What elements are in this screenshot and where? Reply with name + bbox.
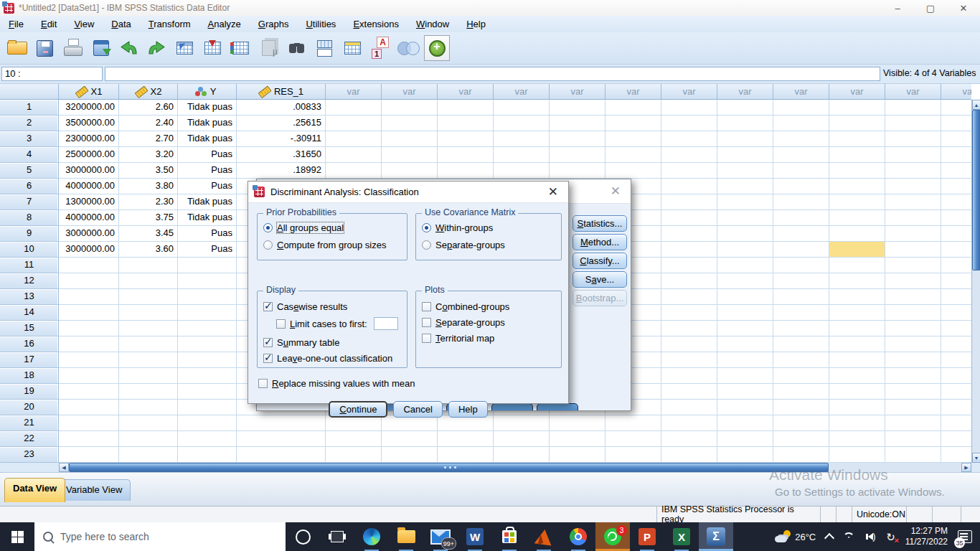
- volume-button[interactable]: [859, 522, 881, 551]
- data-cell[interactable]: [119, 400, 178, 415]
- radio-within-groups[interactable]: Within-groups: [422, 221, 493, 234]
- data-cell[interactable]: [59, 368, 119, 384]
- scroll-up-arrow[interactable]: ▲: [972, 100, 980, 110]
- data-cell[interactable]: [178, 352, 237, 368]
- data-cell[interactable]: [773, 415, 829, 431]
- data-cell[interactable]: [885, 131, 941, 147]
- close-button[interactable]: ✕: [947, 0, 980, 16]
- radio-all-groups-equal[interactable]: All groups equal: [263, 221, 344, 234]
- data-cell[interactable]: [717, 163, 773, 179]
- taskbar-excel[interactable]: X: [664, 522, 699, 551]
- statistics-button[interactable]: Statistics...: [573, 215, 627, 232]
- data-cell[interactable]: 3200000.00: [59, 100, 119, 116]
- data-cell[interactable]: [661, 163, 717, 179]
- data-cell[interactable]: [773, 163, 829, 179]
- data-cell[interactable]: [717, 447, 773, 463]
- data-cell[interactable]: [494, 163, 550, 179]
- data-cell[interactable]: 3000000.00: [59, 226, 119, 242]
- data-cell[interactable]: [885, 273, 941, 289]
- data-cell[interactable]: [661, 194, 717, 210]
- data-cell[interactable]: [382, 131, 438, 147]
- data-cell[interactable]: [237, 447, 326, 463]
- close-icon[interactable]: ✕: [544, 184, 562, 199]
- data-cell[interactable]: [941, 100, 971, 116]
- radio-compute-from-group-sizes[interactable]: Compute from group sizes: [263, 238, 386, 251]
- data-cell[interactable]: [606, 163, 661, 179]
- data-cell[interactable]: 3000000.00: [59, 242, 119, 258]
- data-cell[interactable]: [829, 273, 885, 289]
- data-cell[interactable]: [438, 147, 494, 163]
- data-cell[interactable]: [438, 447, 494, 463]
- data-cell[interactable]: [382, 147, 438, 163]
- data-cell[interactable]: .31650: [237, 147, 326, 163]
- data-cell[interactable]: [178, 273, 237, 289]
- data-cell[interactable]: [661, 384, 717, 400]
- data-cell[interactable]: [941, 194, 971, 210]
- data-cell[interactable]: [382, 116, 438, 131]
- data-cell[interactable]: [717, 258, 773, 273]
- clock[interactable]: 12:27 PM 11/27/2022: [900, 522, 953, 551]
- data-cell[interactable]: 3.45: [119, 226, 178, 242]
- sync-status-button[interactable]: ↻: [881, 522, 900, 551]
- menu-view[interactable]: View: [65, 17, 103, 31]
- data-cell[interactable]: [885, 242, 941, 258]
- data-cell[interactable]: [661, 116, 717, 131]
- data-cell[interactable]: [550, 163, 606, 179]
- checkbox-limit-cases[interactable]: Limit cases to first:: [276, 317, 398, 330]
- data-cell[interactable]: [661, 179, 717, 194]
- menu-extensions[interactable]: Extensions: [344, 17, 407, 31]
- column-header-var[interactable]: var: [550, 84, 606, 100]
- data-cell[interactable]: [438, 131, 494, 147]
- menu-edit[interactable]: Edit: [32, 17, 65, 31]
- data-cell[interactable]: [941, 116, 971, 131]
- data-cell[interactable]: [178, 321, 237, 336]
- taskbar-store[interactable]: [492, 522, 527, 551]
- row-number[interactable]: 18: [0, 368, 59, 384]
- data-cell[interactable]: [885, 400, 941, 415]
- column-header-var[interactable]: var: [829, 84, 885, 100]
- data-cell[interactable]: 3.50: [119, 163, 178, 179]
- data-cell[interactable]: [178, 415, 237, 431]
- data-cell[interactable]: [829, 116, 885, 131]
- data-cell[interactable]: [119, 289, 178, 305]
- data-cell[interactable]: [237, 415, 326, 431]
- data-cell[interactable]: [606, 431, 661, 447]
- column-header-x1[interactable]: X1: [59, 84, 119, 100]
- data-cell[interactable]: [59, 352, 119, 368]
- data-cell[interactable]: Tidak puas: [178, 131, 237, 147]
- data-cell[interactable]: [885, 163, 941, 179]
- column-header-var[interactable]: var: [326, 84, 382, 100]
- tab-variable-view[interactable]: Variable View: [57, 479, 131, 501]
- data-cell[interactable]: [941, 305, 971, 321]
- split-file-icon[interactable]: [311, 34, 339, 62]
- row-number[interactable]: 20: [0, 400, 59, 415]
- data-cell[interactable]: [885, 415, 941, 431]
- data-cell[interactable]: [606, 116, 661, 131]
- undo-icon[interactable]: [115, 34, 143, 62]
- data-cell[interactable]: [438, 415, 494, 431]
- data-cell[interactable]: [941, 384, 971, 400]
- data-cell[interactable]: [438, 116, 494, 131]
- row-number[interactable]: 21: [0, 415, 59, 431]
- data-cell[interactable]: [661, 336, 717, 352]
- column-header-y[interactable]: Y: [178, 84, 237, 100]
- menu-utilities[interactable]: Utilities: [297, 17, 344, 31]
- data-cell[interactable]: [829, 305, 885, 321]
- data-cell[interactable]: [885, 352, 941, 368]
- row-number[interactable]: 9: [0, 226, 59, 242]
- data-cell[interactable]: .18992: [237, 163, 326, 179]
- data-cell[interactable]: [438, 163, 494, 179]
- data-cell[interactable]: 3.80: [119, 179, 178, 194]
- row-number[interactable]: 13: [0, 289, 59, 305]
- data-cell[interactable]: [941, 289, 971, 305]
- data-cell[interactable]: [661, 289, 717, 305]
- data-cell[interactable]: [326, 415, 382, 431]
- data-cell[interactable]: [717, 179, 773, 194]
- data-cell[interactable]: [178, 289, 237, 305]
- menu-graphs[interactable]: Graphs: [250, 17, 298, 31]
- row-number[interactable]: 11: [0, 258, 59, 273]
- data-cell[interactable]: 2.60: [119, 100, 178, 116]
- row-number[interactable]: 23: [0, 447, 59, 463]
- menu-analyze[interactable]: Analyze: [199, 17, 250, 31]
- taskbar-edge[interactable]: [354, 522, 389, 551]
